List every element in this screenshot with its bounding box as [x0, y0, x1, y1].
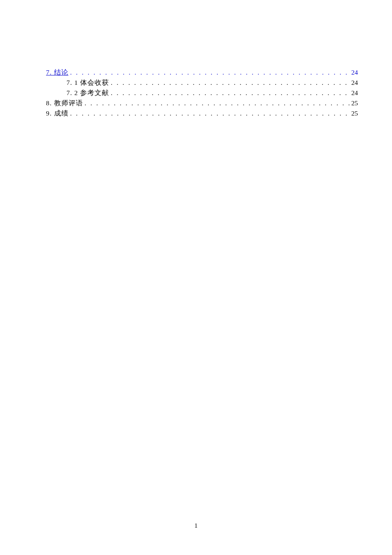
- toc-leader-dots: . . . . . . . . . . . . . . . . . . . . …: [70, 108, 350, 119]
- page-number: 1: [0, 522, 392, 529]
- toc-entry[interactable]: 8. 教师评语 . . . . . . . . . . . . . . . . …: [46, 98, 358, 108]
- toc-entry[interactable]: 7. 2 参考文献 . . . . . . . . . . . . . . . …: [46, 88, 358, 98]
- toc-entry-page: 24: [351, 78, 358, 88]
- toc-entry-title: 7. 2 参考文献: [66, 88, 109, 98]
- toc-entry[interactable]: 9. 成绩 . . . . . . . . . . . . . . . . . …: [46, 108, 358, 119]
- toc-entry-page: 25: [351, 108, 358, 119]
- toc-entry-title: 7. 结论: [46, 67, 69, 78]
- toc-entry-title: 8. 教师评语: [46, 98, 83, 108]
- toc-leader-dots: . . . . . . . . . . . . . . . . . . . . …: [84, 98, 350, 108]
- toc-entry-page: 24: [351, 88, 358, 98]
- toc-leader-dots: . . . . . . . . . . . . . . . . . . . . …: [70, 67, 350, 78]
- toc-entry[interactable]: 7. 结论 . . . . . . . . . . . . . . . . . …: [46, 67, 358, 78]
- toc-leader-dots: . . . . . . . . . . . . . . . . . . . . …: [111, 88, 351, 98]
- toc-entry[interactable]: 7. 1 体会收获 . . . . . . . . . . . . . . . …: [46, 78, 358, 88]
- toc-entry-page: 24: [351, 67, 358, 78]
- document-page: 7. 结论 . . . . . . . . . . . . . . . . . …: [0, 0, 392, 555]
- toc-entry-title: 7. 1 体会收获: [66, 78, 109, 88]
- toc-entry-title: 9. 成绩: [46, 108, 69, 119]
- toc-entry-page: 25: [351, 98, 358, 108]
- toc-leader-dots: . . . . . . . . . . . . . . . . . . . . …: [111, 78, 351, 88]
